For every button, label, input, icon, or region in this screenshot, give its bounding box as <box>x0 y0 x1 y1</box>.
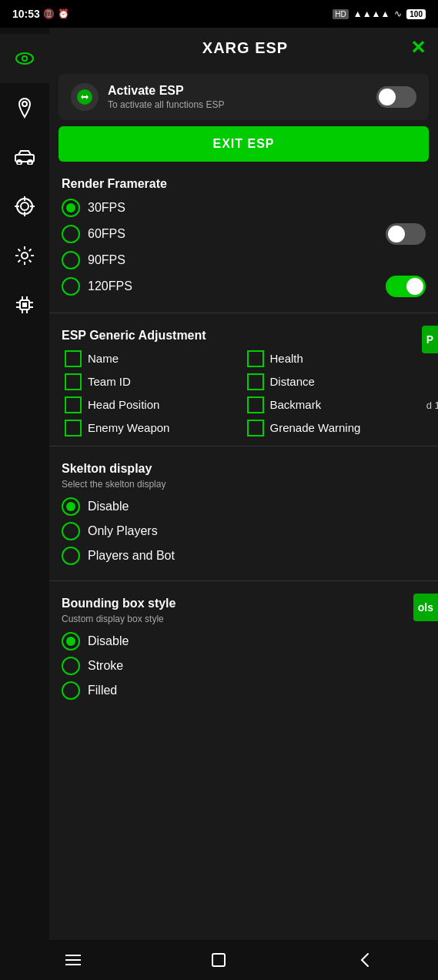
nav-back-button[interactable] <box>342 945 388 975</box>
checkbox-backmark-label: Backmark <box>270 397 322 413</box>
checkbox-name-label: Name <box>88 351 119 366</box>
sidebar-item-eye[interactable] <box>0 34 49 83</box>
bounding-box-subtitle: Custom display box style <box>62 614 426 624</box>
float-label-d11: d 11 <box>426 400 438 411</box>
skelton-disable-radio[interactable] <box>62 497 80 516</box>
location-icon <box>12 95 37 120</box>
battery-indicator: 100 <box>406 9 426 19</box>
activate-esp-subtitle: To activate all functions ESP <box>108 99 367 110</box>
close-button[interactable]: ✕ <box>410 37 426 59</box>
skelton-players-bot-option[interactable]: Players and Bot <box>62 547 426 565</box>
float-tab-p[interactable]: P <box>422 326 438 353</box>
svg-point-8 <box>21 202 28 210</box>
activate-esp-toggle[interactable] <box>376 86 416 108</box>
back-icon <box>359 951 371 969</box>
gear-icon <box>12 243 37 268</box>
chip-icon <box>12 293 37 317</box>
checkbox-enemy-weapon-label: Enemy Weapon <box>88 420 169 436</box>
checkbox-team-id-label: Team ID <box>88 374 131 390</box>
bbox-filled-label: Filled <box>88 684 117 697</box>
checkbox-grenade-warning-box[interactable] <box>247 420 264 436</box>
nav-home-button[interactable] <box>196 945 242 975</box>
fps-60-label: 60FPS <box>88 227 125 241</box>
checkbox-distance-label: Distance <box>270 374 315 390</box>
skelton-only-players-label: Only Players <box>88 524 158 538</box>
fps-90-label: 90FPS <box>88 253 125 267</box>
bbox-disable-radio[interactable] <box>62 632 80 651</box>
checkbox-health-box[interactable] <box>247 350 264 367</box>
checkbox-team-id-box[interactable] <box>65 373 82 390</box>
divider-2 <box>49 446 438 447</box>
bbox-stroke-radio[interactable] <box>62 657 80 675</box>
fps-90-radio[interactable] <box>62 251 80 269</box>
fps-90-option[interactable]: 90FPS <box>62 251 426 269</box>
status-right: HD ▲▲▲▲ ∿ 100 <box>333 8 426 19</box>
checkbox-name[interactable]: Name <box>65 350 241 367</box>
checkbox-backmark-box[interactable] <box>247 396 264 413</box>
exit-esp-button[interactable]: EXIT ESP <box>59 126 429 162</box>
sidebar-item-location[interactable] <box>0 83 49 132</box>
bounding-box-section: Bounding box style Custom display box st… <box>49 587 438 709</box>
render-framerate-title: Render Framerate <box>62 177 426 191</box>
skelton-only-players-radio[interactable] <box>62 522 80 540</box>
home-icon <box>209 951 228 969</box>
bbox-disable-label: Disable <box>88 634 129 648</box>
checkbox-grenade-warning[interactable]: Grenade Warning <box>247 420 423 436</box>
bbox-stroke-label: Stroke <box>88 659 123 673</box>
fps-60-radio[interactable] <box>62 225 80 243</box>
hd-icon: HD <box>333 9 348 19</box>
bottom-nav <box>0 940 438 980</box>
divider-3 <box>49 580 438 581</box>
bbox-stroke-option[interactable]: Stroke <box>62 657 426 675</box>
activate-esp-text: Activate ESP To activate all functions E… <box>108 84 367 110</box>
time: 10:53 <box>12 8 40 20</box>
checkbox-name-box[interactable] <box>65 350 82 367</box>
svg-point-2 <box>23 57 26 60</box>
signal-icon: 📵 <box>43 8 55 19</box>
fps-120-label: 120FPS <box>88 279 132 293</box>
wifi-icon: ∿ <box>394 8 402 19</box>
checkbox-health[interactable]: Health <box>247 350 423 367</box>
skelton-players-bot-label: Players and Bot <box>88 549 175 563</box>
nav-menu-button[interactable] <box>50 945 96 975</box>
float-tab-ols[interactable]: ols <box>413 594 438 621</box>
sidebar-item-chip[interactable] <box>0 280 49 329</box>
checkbox-backmark[interactable]: Backmark d 11 <box>247 396 423 413</box>
divider-1 <box>49 313 438 313</box>
checkbox-team-id[interactable]: Team ID <box>65 373 241 390</box>
checkbox-head-position-label: Head Position <box>88 397 159 413</box>
checkbox-enemy-weapon[interactable]: Enemy Weapon <box>65 420 241 436</box>
fps-30-label: 30FPS <box>88 201 125 215</box>
skelton-display-subtitle: Select the skelton display <box>62 479 426 490</box>
fps-30-radio[interactable] <box>62 199 80 217</box>
checkbox-head-position[interactable]: Head Position <box>65 396 241 413</box>
toggle-knob <box>379 89 396 105</box>
skelton-disable-option[interactable]: Disable <box>62 497 426 516</box>
checkbox-distance-box[interactable] <box>247 373 264 390</box>
fps-120-option[interactable]: 120FPS <box>62 276 426 297</box>
skelton-disable-label: Disable <box>88 500 129 513</box>
bbox-filled-radio[interactable] <box>62 681 80 700</box>
checkbox-distance[interactable]: Distance <box>247 373 423 390</box>
fps-120-toggle[interactable] <box>386 276 426 297</box>
fps-120-radio[interactable] <box>62 277 80 296</box>
checkbox-head-position-box[interactable] <box>65 396 82 413</box>
esp-generic-title: ESP Generic Adjustment <box>62 329 426 343</box>
sidebar-item-gear[interactable] <box>0 231 49 280</box>
page-title: XARG ESP <box>202 39 288 57</box>
status-left: 10:53 📵 ⏰ <box>12 8 69 20</box>
fps-60-option[interactable]: 60FPS <box>62 223 426 245</box>
skelton-players-bot-radio[interactable] <box>62 547 80 565</box>
sidebar-item-car[interactable] <box>0 132 49 182</box>
bottom-padding <box>49 709 438 721</box>
fps-60-toggle[interactable] <box>386 223 426 245</box>
checkbox-enemy-weapon-box[interactable] <box>65 420 82 436</box>
bbox-filled-option[interactable]: Filled <box>62 681 426 700</box>
fps-30-option[interactable]: 30FPS <box>62 199 426 217</box>
skelton-only-players-option[interactable]: Only Players <box>62 522 426 540</box>
sidebar-item-target[interactable] <box>0 182 49 231</box>
svg-rect-15 <box>22 303 27 307</box>
bbox-disable-option[interactable]: Disable <box>62 632 426 651</box>
sidebar <box>0 28 49 940</box>
car-icon <box>12 145 37 169</box>
